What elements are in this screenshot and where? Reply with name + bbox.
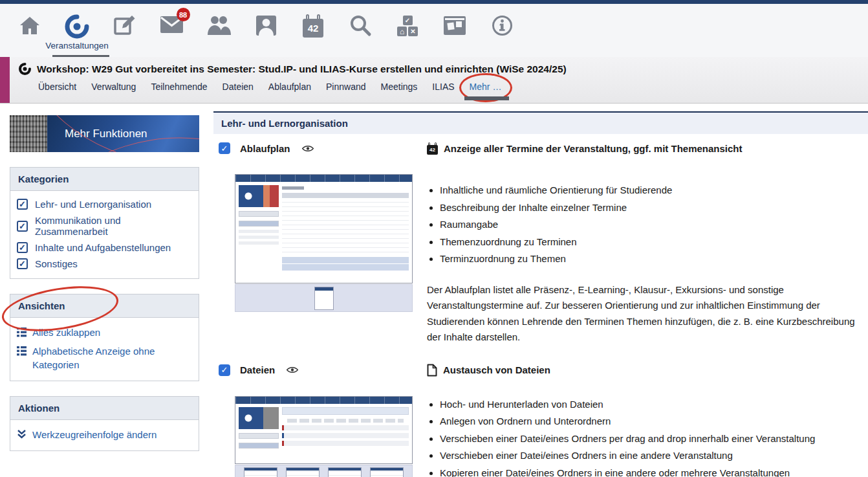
bullet-item: Hoch- und Herunterladen von Dateien xyxy=(440,396,860,414)
community-button[interactable] xyxy=(204,14,233,53)
veranstaltungen-button[interactable]: Veranstaltungen xyxy=(63,14,91,53)
course-color-stripe xyxy=(0,57,10,103)
bullet-item: Raumangabe xyxy=(440,216,860,234)
banner-photo xyxy=(10,115,47,152)
category-checkbox[interactable] xyxy=(17,199,28,210)
aktionen-box: Aktionen Werkzeugreihenfolge ändern xyxy=(10,396,199,451)
tab-ablaufplan[interactable]: Ablaufplan xyxy=(268,82,311,92)
bulletin-board-icon xyxy=(444,16,466,35)
link-alphabetische-anzeige[interactable]: Alphabetische Anzeige ohne Kategorien xyxy=(17,342,192,374)
tab-pinnwand[interactable]: Pinnwand xyxy=(326,82,366,92)
category-checkbox[interactable] xyxy=(17,221,28,232)
tool-row-ablaufplan: Ablaufplan xyxy=(213,134,868,346)
sidebar: Mehr Funktionen Kategorien Lehr- und Ler… xyxy=(10,115,199,451)
category-sonstiges[interactable]: Sonstiges xyxy=(17,256,192,272)
profile-button[interactable] xyxy=(252,14,280,53)
dateien-bullet-list: Hoch- und Herunterladen von Dateien Anle… xyxy=(427,396,860,477)
home-icon xyxy=(18,14,41,38)
category-inhalte[interactable]: Inhalte und Aufgabenstellungen xyxy=(17,239,192,256)
tools-button[interactable] xyxy=(393,14,422,53)
tab-verwaltung[interactable]: Verwaltung xyxy=(91,82,136,92)
course-tabs: Übersicht Verwaltung Teilnehmende Dateie… xyxy=(38,82,868,92)
bullet-item: Beschreibung der Inhalte einzelner Termi… xyxy=(440,199,860,217)
dateien-thumbnail-strip xyxy=(235,465,413,477)
ablaufplan-label: Ablaufplan xyxy=(240,143,290,154)
kategorien-box: Kategorien Lehr- und Lernorganisation Ko… xyxy=(10,167,199,279)
global-icon-bar: Veranstaltungen 88 42 xyxy=(0,4,868,57)
aktionen-header: Aktionen xyxy=(10,397,199,420)
bullet-item: Terminzuordnung zu Themen xyxy=(440,250,860,268)
tab-mehr-label: Mehr … xyxy=(470,82,502,92)
course-header: Workshop: W29 Gut vorbereitet ins Semest… xyxy=(0,57,868,104)
ablaufplan-screenshot-thumbnail xyxy=(235,174,413,283)
tab-mehr[interactable]: Mehr … xyxy=(470,82,502,92)
visibility-eye-icon[interactable] xyxy=(301,144,314,153)
link-alles-zuklappen[interactable]: Alles zuklappen xyxy=(17,323,192,342)
bullet-item: Anlegen von Ordnern und Unterordnern xyxy=(440,413,860,430)
ablaufplan-checkbox[interactable] xyxy=(219,142,230,154)
calendar-icon: 42 xyxy=(303,14,323,38)
seminar-icon xyxy=(19,63,31,75)
ansichten-box: Ansichten Alles zuklappen Alphabetische … xyxy=(10,294,199,381)
bullet-item: Verschieben einer Datei/eines Ordners in… xyxy=(440,447,860,465)
tab-ilias[interactable]: ILIAS xyxy=(432,82,454,92)
messages-button[interactable]: 88 xyxy=(157,14,186,53)
dateien-label: Dateien xyxy=(240,364,275,375)
schedule-icon: 42 xyxy=(427,142,438,155)
dateien-heading: Austausch von Dateien xyxy=(443,364,550,375)
tab-teilnehmende[interactable]: Teilnehmende xyxy=(151,82,207,92)
schedule-button[interactable]: 42 xyxy=(299,14,327,53)
section-header: Lehr- und Lernorganisation xyxy=(213,111,868,134)
bullet-item: Themenzuordnung zu Terminen xyxy=(440,234,860,251)
category-checkbox[interactable] xyxy=(17,258,28,269)
veranstaltungen-icon xyxy=(65,14,89,39)
community-icon xyxy=(206,14,231,36)
kategorien-header: Kategorien xyxy=(10,168,199,191)
bulletin-board-button[interactable] xyxy=(440,14,469,53)
calendar-week-number: 42 xyxy=(303,19,323,38)
course-title: Workshop: W29 Gut vorbereitet ins Semest… xyxy=(37,63,567,75)
search-icon xyxy=(349,14,372,37)
link-werkzeugreihenfolge[interactable]: Werkzeugreihenfolge ändern xyxy=(17,425,192,444)
sidebar-banner: Mehr Funktionen xyxy=(10,115,199,152)
edit-news-icon xyxy=(113,14,136,37)
tab-uebersicht[interactable]: Übersicht xyxy=(38,82,76,92)
ansichten-header: Ansichten xyxy=(10,294,199,318)
bullet-item: Kopieren einer Datei/eines Ordners in ei… xyxy=(440,465,860,477)
profile-icon xyxy=(255,14,277,37)
info-button[interactable] xyxy=(488,14,516,53)
ablaufplan-heading: Anzeige aller Termine der Veranstaltung,… xyxy=(444,143,743,154)
dateien-screenshot-thumbnail xyxy=(235,396,413,464)
tab-dateien[interactable]: Dateien xyxy=(222,82,254,92)
bullet-item: Verschieben einer Datei/eines Ordners pe… xyxy=(440,430,860,448)
main-content: Lehr- und Lernorganisation Ablaufplan xyxy=(213,111,868,477)
dateien-checkbox[interactable] xyxy=(219,364,230,376)
search-button[interactable] xyxy=(346,14,374,53)
category-checkbox[interactable] xyxy=(17,242,28,253)
category-lehr-und-lernorganisation[interactable]: Lehr- und Lernorganisation xyxy=(17,196,192,212)
messages-badge: 88 xyxy=(177,8,190,21)
news-button[interactable] xyxy=(110,14,138,53)
ablaufplan-thumbnail-strip xyxy=(235,284,413,312)
list-icon xyxy=(17,346,27,356)
sidebar-banner-title: Mehr Funktionen xyxy=(65,128,147,140)
veranstaltungen-label: Veranstaltungen xyxy=(45,41,109,50)
info-icon xyxy=(491,14,514,37)
tools-icon xyxy=(397,14,418,36)
ablaufplan-description: Der Ablaufplan listet alle Präsenz-, E-L… xyxy=(427,282,860,346)
double-chevron-down-icon xyxy=(17,430,27,439)
ablaufplan-bullet-list: Inhaltliche und räumliche Orientierung f… xyxy=(427,182,860,268)
document-icon xyxy=(427,364,437,377)
bullet-item: Inhaltliche und räumliche Orientierung f… xyxy=(440,182,860,199)
home-button[interactable] xyxy=(16,14,44,53)
tab-meetings[interactable]: Meetings xyxy=(381,82,418,92)
category-kommunikation[interactable]: Kommunikation und Zusammenarbeit xyxy=(17,212,192,239)
list-icon xyxy=(17,327,27,337)
visibility-eye-icon[interactable] xyxy=(286,366,299,374)
tool-row-dateien: Dateien xyxy=(213,346,868,477)
mail-icon: 88 xyxy=(160,14,184,34)
